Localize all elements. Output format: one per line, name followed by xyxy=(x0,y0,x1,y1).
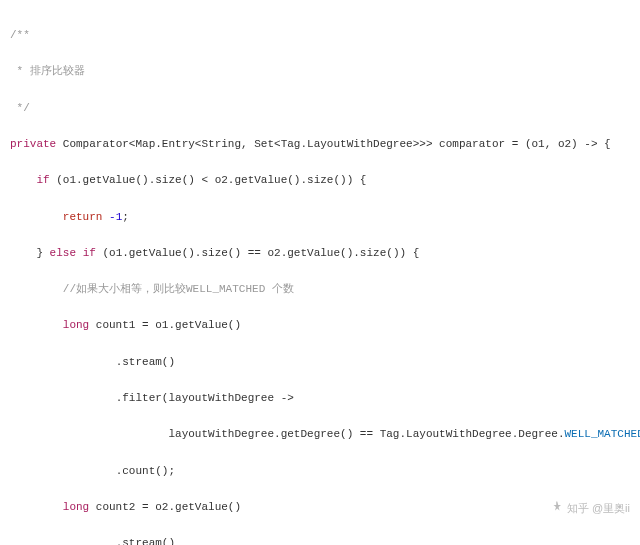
code-text: count2 = o2.getValue() xyxy=(89,501,241,513)
brace: } xyxy=(36,247,49,259)
keyword-long: long xyxy=(63,319,89,331)
keyword-private: private xyxy=(10,138,56,150)
keyword-if: if xyxy=(36,174,49,186)
semi: ; xyxy=(122,211,129,223)
watermark: 知乎 @里奥ii xyxy=(533,481,630,535)
code-text: .filter(layoutWithDegree -> xyxy=(116,392,294,404)
comment: * 排序比较器 xyxy=(10,65,85,77)
code-text: .count(); xyxy=(116,465,175,477)
keyword-return: return xyxy=(63,211,103,223)
comment: /** xyxy=(10,29,30,41)
comment: */ xyxy=(10,102,30,114)
code-block: /** * 排序比较器 */ private Comparator<Map.En… xyxy=(0,0,640,545)
keyword-else: else xyxy=(50,247,76,259)
code-text: .stream() xyxy=(116,356,175,368)
watermark-text: 知乎 @里奥ii xyxy=(567,499,630,517)
code-text: count1 = o1.getValue() xyxy=(89,319,241,331)
code-text: .stream() xyxy=(116,537,175,545)
comment: //如果大小相等，则比较WELL_MATCHED 个数 xyxy=(63,283,294,295)
number: -1 xyxy=(109,211,122,223)
code-text: (o1.getValue().size() < o2.getValue().si… xyxy=(50,174,367,186)
code-text: (o1.getValue().size() == o2.getValue().s… xyxy=(96,247,419,259)
zhihu-icon xyxy=(533,481,563,535)
code-text: Comparator<Map.Entry<String, Set<Tag.Lay… xyxy=(56,138,611,150)
constant: WELL_MATCHED xyxy=(565,428,640,440)
code-text: layoutWithDegree.getDegree() == Tag.Layo… xyxy=(168,428,564,440)
keyword-if: if xyxy=(83,247,96,259)
keyword-long: long xyxy=(63,501,89,513)
